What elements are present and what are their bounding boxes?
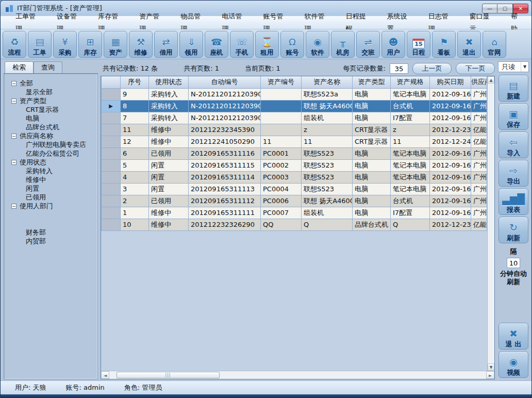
toolbar-button[interactable]: ¥ 采购 [53,31,77,58]
per-page-input[interactable] [390,63,408,74]
toolbar-button[interactable]: ╥ 机房 [331,31,355,58]
tree-item[interactable]: 闲置 [7,184,95,193]
tree-item[interactable] [7,210,95,219]
tree-expand-icon[interactable]: − [11,81,16,86]
row-selector[interactable] [102,171,121,183]
toolbar-button[interactable]: ♻ 流程 [3,31,26,58]
toolbar-button[interactable]: 15 日程 [407,31,430,58]
row-selector[interactable]: ▶ [102,100,121,112]
next-page-button[interactable]: 下一页 [456,63,495,74]
row-selector[interactable] [102,147,121,159]
tree-expand-icon[interactable]: − [11,98,16,104]
toolbar-button[interactable]: Ω 账号 [280,31,304,58]
side-button[interactable]: ⇦ 导入 [498,131,528,158]
tree-expand-icon[interactable]: − [11,160,16,165]
table-row[interactable]: 11 维修中 201212232345390 z CRT显示器 z 2012-1… [102,124,487,136]
table-row[interactable]: 7 采购转入 N-20121201212039000001 组装机 电脑 I7配… [102,112,487,124]
tree-item[interactable]: 显示全部 [7,88,95,96]
grid-column-header[interactable] [102,76,121,88]
tree-item[interactable]: 亿能办公租赁公司 [7,149,95,158]
toolbar-button[interactable]: ⚒ 维修 [129,31,153,58]
side-button[interactable]: ▤ 新建 [498,75,528,102]
grid-column-header[interactable]: 资产类型 [353,76,391,88]
tree-item[interactable]: 财务部 [7,228,95,237]
grid-column-header[interactable]: 序号 [121,76,149,88]
toolbar-button[interactable]: ☻ 用户 [381,31,405,58]
grid-column-header[interactable]: 使用状态 [149,76,189,88]
table-row[interactable]: 9 采购转入 N-20121201212039000005 联想S523a 电脑… [102,88,487,100]
toolbar-button[interactable]: ⇄ 借用 [154,31,178,58]
table-row[interactable]: ▶ 8 采购转入 N-20121201212039000002 联想 扬天A46… [102,100,487,112]
side-button[interactable]: ◉ 视频 [498,351,528,378]
side-button[interactable]: ▃▆█ 报表 [498,188,528,215]
tree-item[interactable]: 品牌台式机 [7,123,95,131]
tree-item[interactable]: − 全部 [7,79,95,88]
grid-column-header[interactable]: 资产名称 [302,76,353,88]
vertical-scrollbar[interactable]: ▲ ▼ [487,76,494,371]
toolbar-button[interactable]: ⇓ 领用 [179,31,203,58]
row-selector[interactable] [102,136,121,147]
grid-column-header[interactable]: 购买日期 [430,76,471,88]
grid-column-header[interactable]: 资产编号 [261,76,302,88]
table-row[interactable]: 4 闲置 201209165311114 PC0003 联想S523 电脑 笔记… [102,171,487,183]
toolbar-button[interactable]: ⇌ 交班 [356,31,380,58]
tree-item[interactable]: CRT显示器 [7,105,95,114]
grid-column-header[interactable]: 供应商名称 [471,76,487,88]
scroll-down-icon[interactable]: ▼ [488,363,494,371]
side-button[interactable]: ⇨ 导出 [498,160,528,187]
tree-item[interactable]: 广州联想电脑专卖店 [7,140,95,149]
prev-page-button[interactable]: 上一页 [412,63,452,74]
grid-column-header[interactable]: 自动编号 [189,76,261,88]
tree-item[interactable] [7,219,95,228]
row-selector[interactable] [102,219,121,230]
toolbar-button[interactable]: ✖ 退出 [457,31,481,58]
toolbar-button[interactable]: ▦ 资产 [104,31,127,58]
tree-item[interactable]: − 使用状态 [7,158,95,167]
tree-item[interactable]: − 资产类型 [7,96,95,105]
scroll-up-icon[interactable]: ▲ [488,76,494,84]
tree-item[interactable]: 维修中 [7,175,95,184]
side-button[interactable]: ↻ 刷新 [498,217,528,243]
tree-item[interactable]: − 使用人部门 [7,202,95,210]
horizontal-scrollbar[interactable]: ◄ ||| ► [101,371,494,379]
row-selector[interactable] [102,159,121,171]
tree-expand-icon[interactable]: − [11,134,16,139]
table-row[interactable]: 6 已领用 201209165311116 PC0001 联想S523 电脑 笔… [102,147,487,159]
tree-expand-icon[interactable]: − [11,204,16,209]
table-row[interactable]: 10 维修中 201212232326290 QQ Q 品牌台式机 Q 2012… [102,219,487,230]
row-selector[interactable] [102,183,121,195]
row-selector[interactable] [102,88,121,100]
toolbar-button[interactable]: ⌛ 租用 [255,31,279,58]
table-row[interactable]: 1 维修中 201209165311111 PC0007 组装机 电脑 I7配置… [102,207,487,219]
row-selector[interactable] [102,124,121,136]
toolbar-button[interactable]: ⚑ 看板 [432,31,456,58]
tree-item[interactable]: 采购转入 [7,167,95,175]
table-row[interactable]: 3 闲置 201209165311113 PC0004 联想S523 电脑 笔记… [102,183,487,195]
side-button[interactable]: ✖ 退 出 [498,323,528,350]
toolbar-button[interactable]: ☏ 手机 [230,31,254,58]
toolbar-button[interactable]: ◉ 软件 [306,31,329,58]
row-selector[interactable] [102,112,121,124]
mode-dropdown[interactable]: 只读 ▼ [498,61,529,72]
tab-search[interactable]: 检索 [5,61,34,73]
toolbar-button[interactable]: ⌂ 官网 [483,31,506,58]
tree-item[interactable]: 电脑 [7,114,95,123]
tree-item[interactable]: − 供应商名称 [7,131,95,140]
grid-column-header[interactable]: 资产规格 [391,76,430,88]
row-selector[interactable] [102,207,121,219]
table-row[interactable]: 2 已领用 201209165311112 PC0006 联想 扬天A4600K… [102,195,487,207]
row-selector[interactable] [102,195,121,207]
refresh-minutes-input[interactable] [507,258,520,268]
toolbar-button[interactable]: ▤ 工单 [28,31,52,58]
table-row[interactable]: 12 维修中 201212241050290 11 11 CRT显示器 11 2… [102,136,487,147]
toolbar-button[interactable]: ⊞ 库存 [78,31,102,58]
scroll-left-icon[interactable]: ◄ [101,371,109,379]
scrollbar-thumb[interactable]: ||| [117,372,220,378]
scroll-right-icon[interactable]: ► [486,371,494,379]
toolbar-button[interactable]: ☎ 座机 [205,31,228,58]
tree-item[interactable]: 内贸部 [7,237,95,245]
tab-query[interactable]: 查询 [34,61,62,73]
side-button[interactable]: ▣ 保存 [498,103,528,130]
table-row[interactable]: 5 闲置 201209165311115 PC0002 联想S523 电脑 笔记… [102,159,487,171]
tree-item[interactable]: 已领用 [7,193,95,202]
